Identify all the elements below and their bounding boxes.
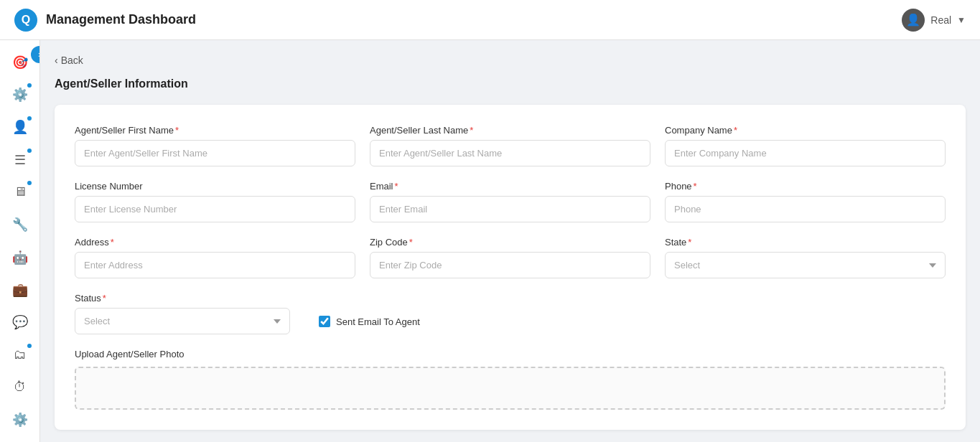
email-group: Email* (370, 181, 650, 222)
header-title: Management Dashboard (46, 12, 196, 27)
form-row-1: Agent/Seller First Name* Agent/Seller La… (75, 125, 946, 166)
license-number-label: License Number (75, 181, 355, 192)
license-number-group: License Number (75, 181, 355, 222)
sidebar-item-chat[interactable]: 💬 (6, 309, 34, 337)
sidebar-item-contacts[interactable]: 🗂 (6, 341, 34, 369)
sent-email-checkbox[interactable] (319, 316, 330, 327)
first-name-label: Agent/Seller First Name* (75, 125, 355, 136)
sidebar-item-tools[interactable]: 🔧 (6, 211, 34, 239)
chat-icon: 💬 (12, 314, 28, 330)
gear2-icon: ⚙️ (12, 412, 28, 428)
user-menu-chevron-icon[interactable]: ▼ (957, 15, 966, 25)
sidebar-item-monitor[interactable]: 🖥 (6, 178, 34, 206)
monitor-dot (27, 181, 32, 185)
form-row-3: Address* Zip Code* State* Select (75, 237, 946, 278)
settings-icon: ⚙️ (12, 87, 28, 103)
license-number-input[interactable] (75, 196, 355, 222)
state-group: State* Select Alabama Alaska California … (665, 237, 946, 278)
sent-email-checkbox-group: Sent Email To Agent (319, 316, 420, 327)
status-checkbox-row: Status* Select Active Inactive Sent Emai… (75, 293, 946, 334)
zip-code-label: Zip Code* (370, 237, 650, 248)
logo: Q (14, 9, 37, 32)
last-name-label: Agent/Seller Last Name* (370, 125, 650, 136)
sidebar-item-timer[interactable]: ⏱ (6, 373, 34, 401)
header-right: 👤 Real ▼ (902, 9, 966, 32)
tools-icon: 🔧 (12, 217, 28, 232)
state-label: State* (665, 237, 946, 248)
sidebar-item-settings[interactable]: ⚙️ (6, 80, 34, 108)
upload-dropzone[interactable] (75, 367, 946, 410)
header-left: Q Management Dashboard (14, 9, 196, 32)
upload-title: Upload Agent/Seller Photo (75, 349, 946, 359)
top-header: Q Management Dashboard 👤 Real ▼ (0, 0, 980, 40)
user-name: Real (930, 14, 951, 26)
sidebar-item-users[interactable]: 👤 (6, 113, 34, 141)
company-name-input[interactable] (665, 140, 946, 166)
settings-dot (27, 83, 32, 88)
sidebar-item-list[interactable]: ☰ (6, 146, 34, 174)
sidebar-item-bot[interactable]: 🤖 (6, 243, 34, 271)
email-input[interactable] (370, 196, 650, 222)
users-icon: 👤 (12, 119, 28, 135)
email-label: Email* (370, 181, 650, 192)
phone-input[interactable] (665, 196, 946, 222)
back-link[interactable]: ‹ Back (55, 55, 966, 66)
address-input[interactable] (75, 252, 355, 278)
form-card: Agent/Seller First Name* Agent/Seller La… (55, 105, 966, 430)
timer-icon: ⏱ (14, 380, 27, 395)
state-select[interactable]: Select Alabama Alaska California New Yor… (665, 252, 946, 278)
users-dot (27, 116, 32, 121)
company-name-group: Company Name* (665, 125, 946, 166)
monitor-icon: 🖥 (14, 184, 27, 199)
main-layout: › 🎯 ⚙️ 👤 ☰ 🖥 🔧 🤖 💼 💬 (0, 40, 980, 442)
sidebar-item-gear2[interactable]: ⚙️ (6, 406, 34, 434)
last-name-group: Agent/Seller Last Name* (370, 125, 650, 166)
sidebar: › 🎯 ⚙️ 👤 ☰ 🖥 🔧 🤖 💼 💬 (0, 40, 40, 442)
dashboard-icon: 🎯 (12, 55, 28, 70)
bot-icon: 🤖 (12, 250, 28, 265)
first-name-group: Agent/Seller First Name* (75, 125, 355, 166)
section-title: Agent/Seller Information (55, 77, 966, 90)
sent-email-label: Sent Email To Agent (336, 316, 420, 327)
back-link-label: Back (61, 55, 83, 66)
status-group: Status* Select Active Inactive (75, 293, 290, 334)
zip-code-group: Zip Code* (370, 237, 650, 278)
phone-label: Phone* (665, 181, 946, 192)
address-label: Address* (75, 237, 355, 248)
zip-code-input[interactable] (370, 252, 650, 278)
briefcase-icon: 💼 (12, 282, 28, 298)
sidebar-item-dashboard[interactable]: 🎯 (6, 48, 34, 76)
content-area: ‹ Back Agent/Seller Information Agent/Se… (40, 40, 980, 442)
company-name-label: Company Name* (665, 125, 946, 136)
user-avatar-icon: 👤 (902, 9, 925, 32)
list-icon: ☰ (14, 152, 26, 168)
first-name-input[interactable] (75, 140, 355, 166)
back-chevron-icon: ‹ (55, 55, 58, 66)
address-group: Address* (75, 237, 355, 278)
status-select[interactable]: Select Active Inactive (75, 308, 290, 334)
contacts-icon: 🗂 (14, 347, 27, 362)
status-label: Status* (75, 293, 290, 304)
last-name-input[interactable] (370, 140, 650, 166)
upload-section: Upload Agent/Seller Photo (75, 349, 946, 410)
sidebar-item-briefcase[interactable]: 💼 (6, 276, 34, 304)
form-row-2: License Number Email* Phone* (75, 181, 946, 222)
list-dot (27, 149, 32, 153)
contacts-dot (27, 344, 32, 348)
phone-group: Phone* (665, 181, 946, 222)
